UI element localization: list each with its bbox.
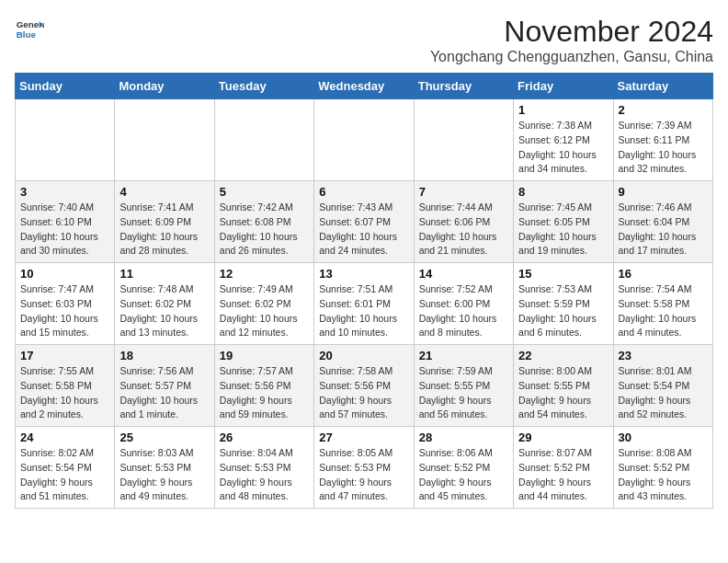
- calendar-cell: 27Sunrise: 8:05 AM Sunset: 5:53 PM Dayli…: [314, 427, 414, 509]
- day-number: 4: [119, 185, 209, 199]
- calendar-cell: 26Sunrise: 8:04 AM Sunset: 5:53 PM Dayli…: [214, 427, 313, 509]
- day-info: Sunrise: 7:52 AM Sunset: 6:00 PM Dayligh…: [419, 282, 508, 340]
- location-title: Yongchang Chengguanzhen, Gansu, China: [430, 49, 713, 65]
- calendar-cell: 29Sunrise: 8:07 AM Sunset: 5:52 PM Dayli…: [514, 427, 613, 509]
- calendar-cell: 8Sunrise: 7:45 AM Sunset: 6:05 PM Daylig…: [514, 181, 613, 263]
- day-number: 18: [119, 349, 209, 362]
- header-monday: Monday: [115, 74, 214, 99]
- calendar-table: SundayMondayTuesdayWednesdayThursdayFrid…: [15, 73, 713, 509]
- day-info: Sunrise: 8:01 AM Sunset: 5:54 PM Dayligh…: [619, 364, 708, 422]
- header-wednesday: Wednesday: [314, 74, 414, 99]
- day-info: Sunrise: 7:58 AM Sunset: 5:56 PM Dayligh…: [319, 364, 408, 422]
- day-info: Sunrise: 7:49 AM Sunset: 6:02 PM Dayligh…: [220, 282, 309, 340]
- calendar-cell: 12Sunrise: 7:49 AM Sunset: 6:02 PM Dayli…: [214, 263, 313, 345]
- day-number: 29: [518, 431, 608, 444]
- day-info: Sunrise: 7:40 AM Sunset: 6:10 PM Dayligh…: [20, 201, 109, 259]
- calendar-week-4: 17Sunrise: 7:55 AM Sunset: 5:58 PM Dayli…: [16, 345, 713, 427]
- logo-icon: General Blue: [15, 15, 44, 44]
- header-sunday: Sunday: [16, 74, 115, 99]
- calendar-cell: [16, 99, 115, 181]
- calendar-cell: 15Sunrise: 7:53 AM Sunset: 5:59 PM Dayli…: [514, 263, 613, 345]
- calendar-cell: 25Sunrise: 8:03 AM Sunset: 5:53 PM Dayli…: [115, 427, 214, 509]
- title-block: November 2024 Yongchang Chengguanzhen, G…: [430, 15, 713, 65]
- day-number: 3: [20, 185, 109, 199]
- day-number: 12: [220, 267, 309, 281]
- header-thursday: Thursday: [414, 74, 513, 99]
- day-number: 17: [20, 349, 109, 362]
- day-info: Sunrise: 7:51 AM Sunset: 6:01 PM Dayligh…: [319, 282, 408, 340]
- day-info: Sunrise: 7:43 AM Sunset: 6:07 PM Dayligh…: [319, 201, 408, 259]
- day-number: 30: [619, 431, 708, 444]
- day-number: 28: [419, 431, 508, 444]
- day-info: Sunrise: 7:55 AM Sunset: 5:58 PM Dayligh…: [20, 364, 109, 422]
- day-number: 2: [619, 103, 708, 117]
- calendar-header-row: SundayMondayTuesdayWednesdayThursdayFrid…: [16, 74, 713, 99]
- calendar-cell: 10Sunrise: 7:47 AM Sunset: 6:03 PM Dayli…: [16, 263, 115, 345]
- calendar-week-2: 3Sunrise: 7:40 AM Sunset: 6:10 PM Daylig…: [16, 181, 713, 263]
- day-info: Sunrise: 7:44 AM Sunset: 6:06 PM Dayligh…: [419, 201, 508, 259]
- day-number: 19: [220, 349, 309, 362]
- calendar-cell: 6Sunrise: 7:43 AM Sunset: 6:07 PM Daylig…: [314, 181, 414, 263]
- calendar-cell: 7Sunrise: 7:44 AM Sunset: 6:06 PM Daylig…: [414, 181, 513, 263]
- calendar-cell: 1Sunrise: 7:38 AM Sunset: 6:12 PM Daylig…: [514, 99, 613, 181]
- calendar-cell: 18Sunrise: 7:56 AM Sunset: 5:57 PM Dayli…: [115, 345, 214, 427]
- day-number: 5: [220, 185, 309, 199]
- day-info: Sunrise: 7:48 AM Sunset: 6:02 PM Dayligh…: [119, 282, 209, 340]
- day-info: Sunrise: 7:56 AM Sunset: 5:57 PM Dayligh…: [119, 364, 209, 422]
- calendar-week-1: 1Sunrise: 7:38 AM Sunset: 6:12 PM Daylig…: [16, 99, 713, 181]
- day-number: 24: [20, 431, 109, 444]
- logo: General Blue: [15, 15, 44, 44]
- calendar-cell: 5Sunrise: 7:42 AM Sunset: 6:08 PM Daylig…: [214, 181, 313, 263]
- calendar-cell: 3Sunrise: 7:40 AM Sunset: 6:10 PM Daylig…: [16, 181, 115, 263]
- day-number: 23: [619, 349, 708, 362]
- day-info: Sunrise: 8:06 AM Sunset: 5:52 PM Dayligh…: [419, 446, 508, 504]
- calendar-cell: 20Sunrise: 7:58 AM Sunset: 5:56 PM Dayli…: [314, 345, 414, 427]
- calendar-cell: [115, 99, 214, 181]
- day-number: 11: [119, 267, 209, 281]
- calendar-cell: [214, 99, 313, 181]
- calendar-cell: 11Sunrise: 7:48 AM Sunset: 6:02 PM Dayli…: [115, 263, 214, 345]
- day-info: Sunrise: 8:00 AM Sunset: 5:55 PM Dayligh…: [518, 364, 608, 422]
- calendar-cell: 28Sunrise: 8:06 AM Sunset: 5:52 PM Dayli…: [414, 427, 513, 509]
- day-number: 21: [419, 349, 508, 362]
- day-info: Sunrise: 8:08 AM Sunset: 5:52 PM Dayligh…: [619, 446, 708, 504]
- day-info: Sunrise: 7:39 AM Sunset: 6:11 PM Dayligh…: [619, 119, 708, 177]
- calendar-cell: 2Sunrise: 7:39 AM Sunset: 6:11 PM Daylig…: [613, 99, 712, 181]
- calendar-cell: 19Sunrise: 7:57 AM Sunset: 5:56 PM Dayli…: [214, 345, 313, 427]
- calendar-cell: 30Sunrise: 8:08 AM Sunset: 5:52 PM Dayli…: [613, 427, 712, 509]
- day-number: 16: [619, 267, 708, 281]
- svg-text:Blue: Blue: [17, 29, 37, 40]
- calendar-cell: 17Sunrise: 7:55 AM Sunset: 5:58 PM Dayli…: [16, 345, 115, 427]
- calendar-cell: 9Sunrise: 7:46 AM Sunset: 6:04 PM Daylig…: [613, 181, 712, 263]
- calendar-week-5: 24Sunrise: 8:02 AM Sunset: 5:54 PM Dayli…: [16, 427, 713, 509]
- day-info: Sunrise: 8:03 AM Sunset: 5:53 PM Dayligh…: [119, 446, 209, 504]
- calendar-cell: 21Sunrise: 7:59 AM Sunset: 5:55 PM Dayli…: [414, 345, 513, 427]
- header-friday: Friday: [514, 74, 613, 99]
- day-info: Sunrise: 7:57 AM Sunset: 5:56 PM Dayligh…: [220, 364, 309, 422]
- calendar-cell: 4Sunrise: 7:41 AM Sunset: 6:09 PM Daylig…: [115, 181, 214, 263]
- header-saturday: Saturday: [613, 74, 712, 99]
- calendar-cell: [414, 99, 513, 181]
- day-info: Sunrise: 7:38 AM Sunset: 6:12 PM Dayligh…: [518, 119, 608, 177]
- calendar-cell: 14Sunrise: 7:52 AM Sunset: 6:00 PM Dayli…: [414, 263, 513, 345]
- day-number: 15: [518, 267, 608, 281]
- day-number: 14: [419, 267, 508, 281]
- calendar-cell: 24Sunrise: 8:02 AM Sunset: 5:54 PM Dayli…: [16, 427, 115, 509]
- header-tuesday: Tuesday: [214, 74, 313, 99]
- day-info: Sunrise: 7:47 AM Sunset: 6:03 PM Dayligh…: [20, 282, 109, 340]
- day-info: Sunrise: 7:53 AM Sunset: 5:59 PM Dayligh…: [518, 282, 608, 340]
- day-number: 1: [518, 103, 608, 117]
- calendar-cell: [314, 99, 414, 181]
- day-number: 6: [319, 185, 408, 199]
- calendar-cell: 23Sunrise: 8:01 AM Sunset: 5:54 PM Dayli…: [613, 345, 712, 427]
- day-info: Sunrise: 7:45 AM Sunset: 6:05 PM Dayligh…: [518, 201, 608, 259]
- day-info: Sunrise: 7:41 AM Sunset: 6:09 PM Dayligh…: [119, 201, 209, 259]
- day-number: 10: [20, 267, 109, 281]
- day-number: 9: [619, 185, 708, 199]
- month-title: November 2024: [430, 15, 713, 49]
- calendar-cell: 22Sunrise: 8:00 AM Sunset: 5:55 PM Dayli…: [514, 345, 613, 427]
- day-number: 13: [319, 267, 408, 281]
- day-number: 25: [119, 431, 209, 444]
- day-info: Sunrise: 7:54 AM Sunset: 5:58 PM Dayligh…: [619, 282, 708, 340]
- day-info: Sunrise: 8:04 AM Sunset: 5:53 PM Dayligh…: [220, 446, 309, 504]
